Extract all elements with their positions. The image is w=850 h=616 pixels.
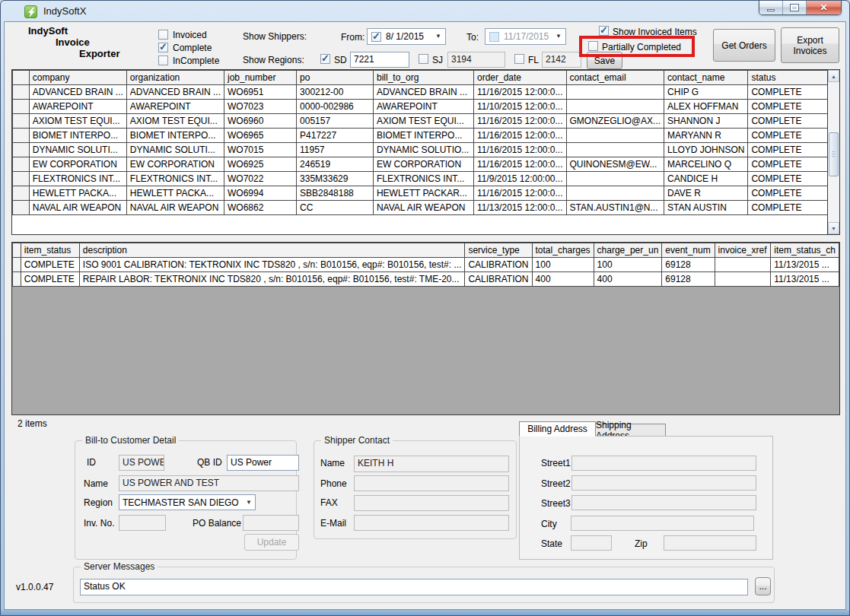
cell[interactable]: WO6862 <box>224 201 297 215</box>
cell[interactable]: 11/10/2015 12:00:0... <box>473 100 566 114</box>
cell[interactable]: COMPLETE <box>21 258 79 272</box>
row-header[interactable] <box>13 258 21 272</box>
cell[interactable]: QUINONESM@EW... <box>566 157 664 172</box>
table-row[interactable]: ADVANCED BRAIN ...ADVANCED BRAIN ...WO69… <box>13 85 839 100</box>
complete-checkbox[interactable]: ✓ <box>158 43 168 52</box>
title-bar[interactable]: IndySoftX ✕ <box>1 1 849 21</box>
cell[interactable]: MARCELINO Q <box>664 157 748 172</box>
cell[interactable]: BIOMET INTERPO... <box>29 129 126 143</box>
cell[interactable]: WO6994 <box>224 186 297 201</box>
column-header-order_date[interactable]: order_date <box>473 71 566 85</box>
show-invoiced-items-checkbox[interactable]: ✓ <box>599 26 609 36</box>
cell[interactable]: AXIOM TEST EQUI... <box>373 114 473 129</box>
partially-completed-checkbox[interactable] <box>588 41 598 51</box>
column-header-description[interactable]: description <box>79 243 465 258</box>
column-header-status[interactable]: status <box>748 71 839 85</box>
row-header[interactable] <box>13 272 21 287</box>
cell[interactable]: NAVAL AIR WEAPON <box>373 201 473 215</box>
incomplete-checkbox[interactable] <box>158 56 168 65</box>
region-fl-checkbox[interactable] <box>514 54 524 64</box>
cell[interactable]: SBB2848188 <box>297 186 374 201</box>
cell[interactable]: COMPLETE <box>748 201 839 215</box>
from-date-checkbox[interactable]: ✓ <box>371 32 381 42</box>
cell[interactable]: DYNAMIC SOLUTI... <box>29 143 126 157</box>
cell[interactable]: AWAREPOINT <box>126 100 224 114</box>
cell[interactable]: COMPLETE <box>21 272 79 287</box>
browse-button[interactable]: ... <box>755 577 771 595</box>
update-button[interactable]: Update <box>244 534 299 551</box>
cell[interactable] <box>566 85 664 100</box>
from-date-dropdown-icon[interactable]: ▼ <box>435 33 441 40</box>
table-row[interactable]: HEWLETT PACKA...HEWLETT PACKA...WO6994SB… <box>13 186 839 201</box>
cell[interactable]: WO6951 <box>224 85 297 100</box>
cell[interactable]: ALEX HOFFMAN <box>664 100 748 114</box>
column-header-item_status_ch[interactable]: item_status_ch <box>771 243 839 258</box>
tab-billing-address[interactable]: Billing Address <box>519 421 596 437</box>
table-row[interactable]: AXIOM TEST EQUI...AXIOM TEST EQUI...WO69… <box>13 114 839 129</box>
cell[interactable]: STAN AUSTIN <box>664 201 748 215</box>
cell[interactable]: 335M33629 <box>297 172 374 186</box>
cell[interactable]: BIOMET INTERPO... <box>126 129 224 143</box>
cell[interactable]: LLOYD JOHNSON <box>664 143 748 157</box>
cell[interactable]: BIOMET INTERPO... <box>373 129 473 143</box>
column-header-total_charges[interactable]: total_charges <box>532 243 594 258</box>
scroll-up-icon[interactable]: ▲ <box>828 70 839 82</box>
cell[interactable]: 11/9/2015 12:00:00... <box>473 172 566 186</box>
cell[interactable]: EW CORPORATION <box>29 157 126 172</box>
cell[interactable]: FLEXTRONICS INT... <box>373 172 473 186</box>
maximize-button[interactable] <box>783 1 807 14</box>
column-header-organization[interactable]: organization <box>126 71 224 85</box>
cell[interactable]: 11/16/2015 12:00:0... <box>473 186 566 201</box>
cell[interactable] <box>715 272 771 287</box>
to-date-checkbox[interactable] <box>489 32 499 42</box>
table-row[interactable]: FLEXTRONICS INT...FLEXTRONICS INT...WO70… <box>13 172 839 186</box>
cell[interactable]: COMPLETE <box>748 143 839 157</box>
cell[interactable]: STAN.AUSTIN1@N... <box>566 201 664 215</box>
cell[interactable] <box>566 186 664 201</box>
cell[interactable]: 11/13/2015 12:00:0... <box>473 201 566 215</box>
cell[interactable]: COMPLETE <box>748 157 839 172</box>
cell[interactable]: ADVANCED BRAIN ... <box>29 85 126 100</box>
row-header[interactable] <box>13 129 30 143</box>
cell[interactable]: 0000-002986 <box>297 100 374 114</box>
region-dropdown-icon[interactable]: ▼ <box>246 500 252 506</box>
cell[interactable]: 11/13/2015 ... <box>771 258 839 272</box>
cell[interactable]: DYNAMIC SOLUTI... <box>126 143 224 157</box>
cell[interactable]: EW CORPORATION <box>373 157 473 172</box>
cell[interactable]: NAVAL AIR WEAPON <box>29 201 126 215</box>
from-date-picker[interactable]: ✓ 8/ 1/2015 ▼ <box>367 28 446 45</box>
export-invoices-button[interactable]: Export Invoices <box>781 27 839 63</box>
cell[interactable]: 11/16/2015 12:00:0... <box>473 85 566 100</box>
table-row[interactable]: COMPLETEISO 9001 CALIBRATION: TEKTRONIX … <box>13 258 839 272</box>
to-date-picker[interactable]: 11/17/2015 ▼ <box>485 28 566 45</box>
cell[interactable]: SHANNON J <box>664 114 748 129</box>
column-header-contact_email[interactable]: contact_email <box>566 71 664 85</box>
server-status-field[interactable]: Status OK <box>80 579 748 595</box>
column-header-job_number[interactable]: job_number <box>224 71 297 85</box>
row-header[interactable] <box>13 85 30 100</box>
cell[interactable]: MARYANN R <box>664 129 748 143</box>
column-header-event_num[interactable]: event_num <box>662 243 715 258</box>
table-row[interactable]: COMPLETEREPAIR LABOR: TEKTRONIX INC TDS8… <box>13 272 839 287</box>
cell[interactable]: CANDICE H <box>664 172 748 186</box>
cell[interactable]: COMPLETE <box>748 85 839 100</box>
cell[interactable]: 11/16/2015 12:00:0... <box>473 114 566 129</box>
cell[interactable]: COMPLETE <box>748 172 839 186</box>
cell[interactable]: ADVANCED BRAIN ... <box>373 85 473 100</box>
cell[interactable]: CHIP G <box>664 85 748 100</box>
cell[interactable]: 11/16/2015 12:00:0... <box>473 157 566 172</box>
cell[interactable]: EW CORPORATION <box>126 157 224 172</box>
cell[interactable]: CC <box>297 201 374 215</box>
row-header[interactable] <box>13 143 30 157</box>
row-header[interactable] <box>13 201 30 215</box>
cell[interactable]: WO6965 <box>224 129 297 143</box>
cell[interactable]: 11/13/2015 ... <box>771 272 839 287</box>
cell[interactable]: CALIBRATION <box>465 258 532 272</box>
cell[interactable]: 005157 <box>297 114 374 129</box>
invoiced-checkbox[interactable] <box>158 30 168 40</box>
column-header-bill_to_org[interactable]: bill_to_org <box>373 71 473 85</box>
minimize-button[interactable] <box>759 1 783 14</box>
cell[interactable] <box>566 143 664 157</box>
table-row[interactable]: EW CORPORATIONEW CORPORATIONWO6925246519… <box>13 157 839 172</box>
scroll-down-icon[interactable]: ▼ <box>828 222 839 234</box>
